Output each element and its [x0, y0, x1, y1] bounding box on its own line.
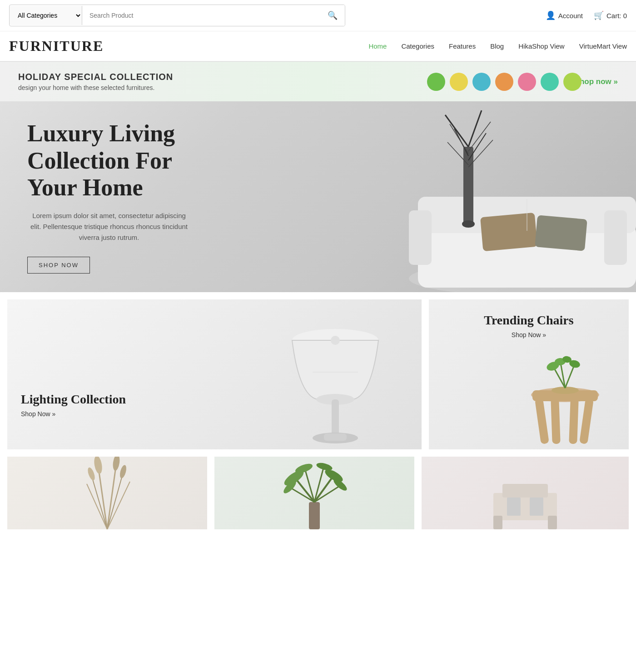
svg-line-10 [468, 110, 482, 147]
svg-rect-22 [324, 433, 347, 441]
circle-yellow [450, 73, 468, 91]
bottom-card-1[interactable] [7, 457, 207, 529]
cart-icon [594, 10, 604, 20]
nav-categories[interactable]: Categories [401, 42, 434, 50]
search-button[interactable]: 🔍 [320, 5, 345, 26]
svg-point-47 [86, 467, 96, 481]
nav-blog[interactable]: Blog [490, 42, 504, 50]
svg-rect-67 [530, 498, 543, 516]
holiday-banner-subtitle: design your home with these selected fur… [18, 84, 173, 91]
trending-title: Trending Chairs [429, 313, 629, 328]
circle-pink [518, 73, 536, 91]
promo-grid: Lighting Collection Shop Now Trending Ch… [0, 299, 636, 449]
svg-point-23 [331, 336, 340, 345]
main-nav: FURNITURE Home Categories Features Blog … [0, 31, 636, 61]
search-icon: 🔍 [328, 11, 338, 20]
hero-description: Lorem ipsum dolor sit amet, consectetur … [27, 210, 191, 243]
svg-point-48 [119, 464, 127, 479]
circle-orange [495, 73, 513, 91]
account-link[interactable]: Account [546, 10, 583, 20]
lighting-title: Lighting Collection [21, 392, 126, 407]
nav-hikashop[interactable]: HikaShop View [518, 42, 564, 50]
hero-title: Luxury Living Collection For Your Home [27, 120, 191, 201]
hero-section: Luxury Living Collection For Your Home L… [0, 101, 636, 292]
svg-rect-65 [548, 516, 557, 529]
svg-rect-29 [569, 398, 578, 444]
nav-home[interactable]: Home [368, 42, 387, 50]
svg-rect-30 [579, 398, 594, 444]
svg-rect-7 [463, 147, 473, 224]
banner-circles [427, 62, 581, 101]
svg-point-46 [112, 457, 121, 471]
holiday-banner-content: HOLIDAY SPECIAL COLLECTION design your h… [18, 72, 173, 91]
svg-point-45 [93, 457, 104, 474]
svg-rect-49 [309, 502, 320, 529]
svg-rect-5 [480, 213, 537, 251]
svg-rect-4 [604, 210, 627, 265]
svg-line-13 [450, 124, 468, 154]
lighting-card-content: Lighting Collection Shop Now [7, 378, 139, 431]
cart-link[interactable]: Cart: 0 [594, 10, 627, 20]
svg-rect-3 [409, 210, 432, 265]
header-right: Account Cart: 0 [546, 10, 627, 20]
category-select[interactable]: All Categories Furniture Lighting Chairs [10, 6, 82, 25]
svg-rect-27 [535, 398, 549, 444]
search-input[interactable] [82, 6, 320, 25]
grass-illustration [66, 457, 148, 529]
bottom-card-3[interactable] [422, 457, 629, 529]
svg-rect-63 [502, 484, 548, 498]
trending-shop-link[interactable]: Shop Now [429, 331, 629, 338]
person-icon [546, 10, 556, 20]
holiday-banner-title: HOLIDAY SPECIAL COLLECTION [18, 72, 173, 82]
circle-teal [541, 73, 559, 91]
nav-links: Home Categories Features Blog HikaShop V… [368, 42, 627, 50]
nav-features[interactable]: Features [449, 42, 476, 50]
svg-rect-6 [535, 215, 587, 251]
bottom-row [0, 457, 636, 537]
svg-line-41 [91, 475, 107, 529]
bottom-card-2[interactable] [214, 457, 414, 529]
svg-rect-28 [551, 398, 560, 444]
plant-illustration [269, 457, 360, 529]
lamp-illustration [276, 304, 403, 449]
chair-illustration [515, 349, 615, 449]
site-header: All Categories Furniture Lighting Chairs… [0, 0, 636, 31]
svg-point-8 [462, 220, 475, 228]
hero-shop-button[interactable]: SHOP NOW [27, 257, 90, 274]
svg-rect-64 [493, 516, 502, 529]
svg-rect-66 [507, 498, 521, 516]
circle-lime [563, 73, 581, 91]
holiday-banner: HOLIDAY SPECIAL COLLECTION design your h… [0, 61, 636, 101]
svg-line-33 [565, 365, 574, 388]
room-illustration [480, 457, 571, 529]
account-label: Account [558, 12, 583, 20]
nav-virtuemart[interactable]: VirtueMart View [579, 42, 627, 50]
promo-card-chairs[interactable]: Trending Chairs Shop Now [429, 299, 629, 449]
site-logo: FURNITURE [9, 38, 104, 55]
trending-card-content: Trending Chairs Shop Now [429, 313, 629, 338]
lighting-shop-link[interactable]: Shop Now [21, 410, 126, 418]
hero-illustration [291, 101, 636, 292]
cart-label: Cart: 0 [606, 12, 627, 20]
circle-blue [472, 73, 491, 91]
circle-green [427, 73, 445, 91]
svg-line-9 [445, 115, 468, 147]
search-bar: All Categories Furniture Lighting Chairs… [9, 5, 345, 26]
svg-rect-20 [332, 399, 339, 436]
promo-card-lighting[interactable]: Lighting Collection Shop Now [7, 299, 422, 449]
hero-content: Luxury Living Collection For Your Home L… [0, 120, 218, 274]
